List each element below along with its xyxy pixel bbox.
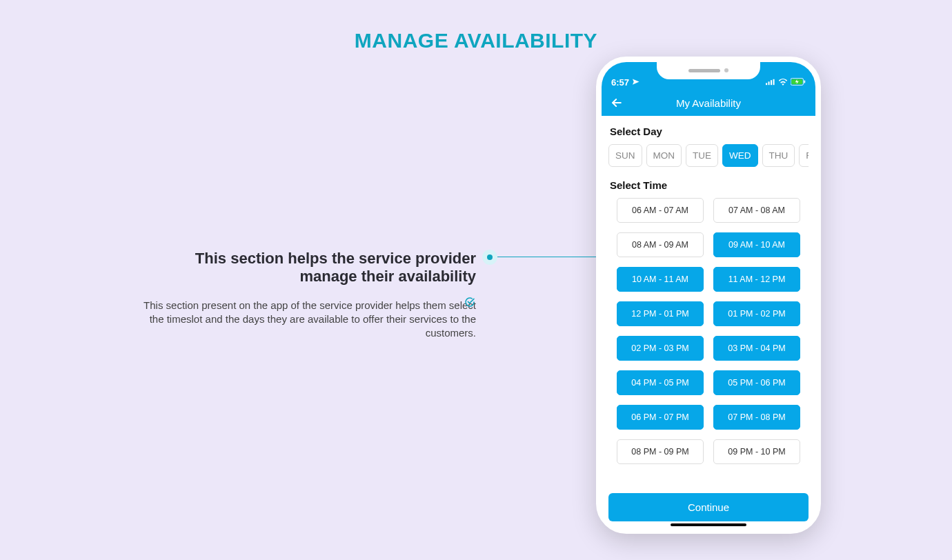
connector-dot (482, 250, 497, 265)
time-slot[interactable]: 03 PM - 04 PM (713, 336, 800, 361)
select-day-label: Select Day (610, 126, 809, 137)
svg-rect-2 (771, 80, 772, 85)
app-bar: My Availability (602, 90, 815, 116)
time-slot[interactable]: 02 PM - 03 PM (617, 336, 704, 361)
check-icon (464, 297, 475, 308)
battery-icon (791, 77, 806, 88)
home-indicator (671, 523, 746, 526)
back-button[interactable] (610, 96, 624, 110)
location-icon (632, 77, 639, 88)
time-slot[interactable]: 12 PM - 01 PM (617, 301, 704, 326)
description-heading: This section helps the service provider … (138, 250, 476, 286)
day-chip-tue[interactable]: TUE (686, 144, 718, 167)
time-slot[interactable]: 06 PM - 07 PM (617, 405, 704, 430)
connector-line (490, 257, 599, 257)
wifi-icon (778, 77, 788, 88)
select-time-label: Select Time (610, 179, 809, 191)
svg-rect-6 (804, 80, 805, 83)
time-slot[interactable]: 06 AM - 07 AM (617, 198, 704, 223)
time-slot[interactable]: 09 PM - 10 PM (713, 439, 800, 464)
time-slot[interactable]: 10 AM - 11 AM (617, 267, 704, 292)
status-time: 6:57 (611, 77, 629, 88)
time-slot[interactable]: 01 PM - 02 PM (713, 301, 800, 326)
svg-rect-1 (768, 81, 770, 85)
day-chip-mon[interactable]: MON (646, 144, 682, 167)
app-bar-title: My Availability (676, 97, 741, 109)
description-body: This section present on the app of the s… (138, 299, 476, 341)
time-slot[interactable]: 04 PM - 05 PM (617, 370, 704, 395)
day-chip-fri[interactable]: FRI (799, 144, 809, 167)
time-slot[interactable]: 05 PM - 06 PM (713, 370, 800, 395)
svg-rect-3 (773, 79, 775, 85)
time-slot[interactable]: 08 AM - 09 AM (617, 232, 704, 257)
phone-frame: 6:57 My Availability Select Day SUNMONTU… (596, 57, 821, 534)
time-slot[interactable]: 08 PM - 09 PM (617, 439, 704, 464)
day-chip-sun[interactable]: SUN (608, 144, 642, 167)
time-slot[interactable]: 11 AM - 12 PM (713, 267, 800, 292)
svg-rect-0 (766, 83, 767, 85)
day-chip-wed[interactable]: WED (722, 144, 758, 167)
signal-icon (766, 77, 775, 88)
days-row: SUNMONTUEWEDTHUFRI (608, 144, 809, 167)
time-slot[interactable]: 07 PM - 08 PM (713, 405, 800, 430)
time-slot[interactable]: 07 AM - 08 AM (713, 198, 800, 223)
phone-notch (657, 61, 760, 79)
time-slot[interactable]: 09 AM - 10 AM (713, 232, 800, 257)
description-block: This section helps the service provider … (138, 250, 476, 341)
continue-button[interactable]: Continue (608, 493, 809, 521)
page-title: MANAGE AVAILABILITY (0, 0, 952, 52)
day-chip-thu[interactable]: THU (762, 144, 795, 167)
screen-body: Select Day SUNMONTUEWEDTHUFRI Select Tim… (602, 116, 815, 528)
time-grid: 06 AM - 07 AM07 AM - 08 AM08 AM - 09 AM0… (608, 198, 809, 464)
